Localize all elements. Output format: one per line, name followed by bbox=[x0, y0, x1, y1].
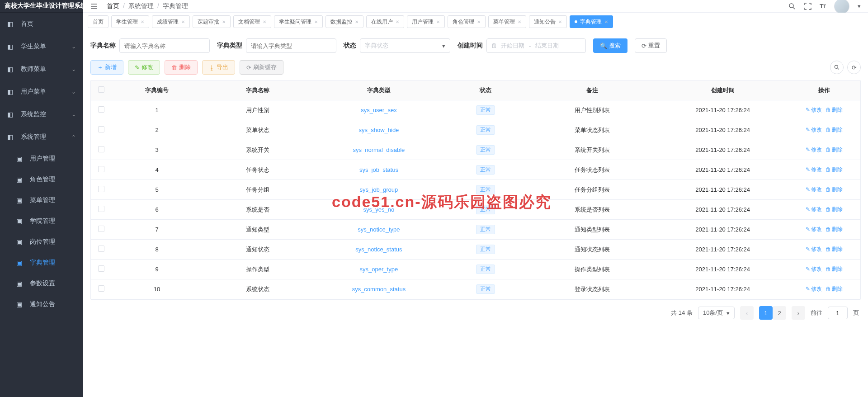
close-icon[interactable]: ✕ bbox=[436, 19, 440, 24]
export-button[interactable]: ⭳导出 bbox=[202, 60, 235, 75]
search-icon[interactable] bbox=[788, 2, 796, 10]
row-checkbox[interactable] bbox=[98, 265, 104, 272]
page-size-select[interactable]: 10条/页 ▾ bbox=[698, 307, 735, 319]
status-select[interactable]: 字典状态 ▾ bbox=[360, 38, 450, 53]
sidebar-item-user-mgmt[interactable]: ▣用户管理 bbox=[9, 148, 83, 169]
tab-数据监控[interactable]: 数据监控✕ bbox=[326, 15, 363, 28]
row-edit-button[interactable]: ✎修改 bbox=[806, 246, 822, 252]
sidebar-item-home[interactable]: ◧首页 bbox=[0, 13, 83, 35]
sidebar-item-notice-mgmt[interactable]: ▣通知公告 bbox=[9, 294, 83, 315]
row-checkbox[interactable] bbox=[98, 285, 104, 292]
sidebar-item-college-mgmt[interactable]: ▣学院管理 bbox=[9, 211, 83, 232]
row-checkbox[interactable] bbox=[98, 126, 104, 132]
page-1-button[interactable]: 1 bbox=[759, 306, 773, 320]
close-icon[interactable]: ✕ bbox=[604, 19, 608, 24]
row-edit-button[interactable]: ✎修改 bbox=[806, 147, 822, 153]
tab-文档管理[interactable]: 文档管理✕ bbox=[233, 15, 271, 28]
row-delete-button[interactable]: 🗑删除 bbox=[826, 186, 843, 193]
refresh-table-button[interactable]: ⟳ bbox=[847, 61, 861, 74]
row-edit-button[interactable]: ✎修改 bbox=[806, 226, 822, 232]
sidebar-item-dict-mgmt[interactable]: ▣字典管理 bbox=[9, 252, 83, 273]
row-edit-button[interactable]: ✎修改 bbox=[806, 286, 822, 292]
row-delete-button[interactable]: 🗑删除 bbox=[826, 246, 843, 252]
cell-type-link[interactable]: sys_job_status bbox=[359, 166, 398, 173]
sidebar-item-monitor[interactable]: ◧系统监控⌄ bbox=[0, 103, 83, 126]
tab-角色管理[interactable]: 角色管理✕ bbox=[448, 15, 486, 28]
delete-button[interactable]: 🗑删除 bbox=[165, 60, 198, 75]
row-edit-button[interactable]: ✎修改 bbox=[806, 127, 822, 133]
close-icon[interactable]: ✕ bbox=[222, 19, 226, 24]
close-icon[interactable]: ✕ bbox=[558, 19, 562, 24]
reset-button[interactable]: ⟳ 重置 bbox=[635, 38, 667, 53]
sidebar-item-teacher[interactable]: ◧教师菜单⌄ bbox=[0, 58, 83, 80]
close-icon[interactable]: ✕ bbox=[477, 19, 481, 24]
row-checkbox[interactable] bbox=[98, 186, 104, 192]
cell-type-link[interactable]: sys_notice_type bbox=[358, 226, 400, 233]
close-icon[interactable]: ✕ bbox=[314, 19, 318, 24]
tab-字典管理[interactable]: 字典管理✕ bbox=[570, 15, 613, 28]
fullscreen-icon[interactable] bbox=[804, 3, 811, 10]
close-icon[interactable]: ✕ bbox=[518, 19, 521, 24]
row-delete-button[interactable]: 🗑删除 bbox=[826, 286, 843, 292]
tab-菜单管理[interactable]: 菜单管理✕ bbox=[488, 15, 526, 28]
sidebar-item-user[interactable]: ◧用户菜单⌄ bbox=[0, 80, 83, 103]
breadcrumb-item[interactable]: 系统管理 bbox=[128, 2, 154, 9]
cell-type-link[interactable]: sys_oper_type bbox=[360, 266, 398, 273]
cell-type-link[interactable]: sys_notice_status bbox=[355, 246, 402, 253]
row-delete-button[interactable]: 🗑删除 bbox=[826, 166, 843, 173]
row-delete-button[interactable]: 🗑删除 bbox=[826, 206, 843, 213]
tab-成绩管理[interactable]: 成绩管理✕ bbox=[152, 15, 190, 28]
search-button[interactable]: 🔍 搜索 bbox=[593, 38, 627, 53]
tab-学生疑问管理[interactable]: 学生疑问管理✕ bbox=[274, 15, 323, 28]
sidebar-item-menu-mgmt[interactable]: ▣菜单管理 bbox=[9, 190, 83, 211]
row-checkbox[interactable] bbox=[98, 246, 104, 252]
close-icon[interactable]: ✕ bbox=[141, 19, 144, 24]
tab-用户管理[interactable]: 用户管理✕ bbox=[407, 15, 445, 28]
refresh-cache-button[interactable]: ⟳刷新缓存 bbox=[240, 60, 283, 75]
dict-name-input[interactable] bbox=[119, 38, 210, 53]
dict-type-input[interactable] bbox=[246, 38, 336, 53]
next-page-button[interactable]: › bbox=[792, 306, 805, 320]
row-edit-button[interactable]: ✎修改 bbox=[806, 266, 822, 272]
close-icon[interactable]: ✕ bbox=[181, 19, 185, 24]
row-delete-button[interactable]: 🗑删除 bbox=[826, 147, 843, 153]
breadcrumb-item[interactable]: 首页 bbox=[107, 2, 119, 9]
tab-课题审批[interactable]: 课题审批✕ bbox=[193, 15, 231, 28]
date-range-input[interactable]: 🗓 开始日期 - 结束日期 bbox=[486, 38, 586, 53]
row-checkbox[interactable] bbox=[98, 106, 104, 113]
cell-type-link[interactable]: sys_common_status bbox=[352, 286, 406, 293]
add-button[interactable]: ＋新增 bbox=[90, 60, 123, 75]
cell-type-link[interactable]: sys_yes_no bbox=[363, 206, 395, 213]
row-edit-button[interactable]: ✎修改 bbox=[806, 206, 822, 213]
sidebar-item-param-mgmt[interactable]: ▣参数设置 bbox=[9, 273, 83, 294]
hamburger-icon[interactable] bbox=[90, 3, 98, 10]
sidebar-item-student[interactable]: ◧学生菜单⌄ bbox=[0, 35, 83, 58]
tab-在线用户[interactable]: 在线用户✕ bbox=[366, 15, 404, 28]
font-size-icon[interactable]: TT bbox=[820, 3, 826, 9]
edit-button[interactable]: ✎修改 bbox=[128, 60, 160, 75]
close-icon[interactable]: ✕ bbox=[263, 19, 266, 24]
sidebar-item-system[interactable]: ◧系统管理⌄ bbox=[0, 126, 83, 148]
sidebar-item-role-mgmt[interactable]: ▣角色管理 bbox=[9, 169, 83, 190]
cell-type-link[interactable]: sys_normal_disable bbox=[353, 147, 405, 153]
row-checkbox[interactable] bbox=[98, 146, 104, 152]
row-delete-button[interactable]: 🗑删除 bbox=[826, 107, 843, 113]
close-icon[interactable]: ✕ bbox=[355, 19, 359, 24]
avatar-caret-icon[interactable]: ▾ bbox=[858, 3, 861, 9]
row-edit-button[interactable]: ✎修改 bbox=[806, 107, 822, 113]
row-checkbox[interactable] bbox=[98, 226, 104, 232]
avatar[interactable] bbox=[834, 0, 849, 14]
cell-type-link[interactable]: sys_show_hide bbox=[359, 127, 399, 133]
search-toggle-button[interactable] bbox=[830, 61, 844, 74]
row-edit-button[interactable]: ✎修改 bbox=[806, 186, 822, 193]
row-edit-button[interactable]: ✎修改 bbox=[806, 166, 822, 173]
select-all-checkbox[interactable] bbox=[98, 86, 104, 93]
row-checkbox[interactable] bbox=[98, 166, 104, 172]
row-delete-button[interactable]: 🗑删除 bbox=[826, 127, 843, 133]
jump-page-input[interactable] bbox=[828, 307, 848, 319]
close-icon[interactable]: ✕ bbox=[396, 19, 399, 24]
tab-通知公告[interactable]: 通知公告✕ bbox=[529, 15, 567, 28]
sidebar-item-post-mgmt[interactable]: ▣岗位管理 bbox=[9, 232, 83, 252]
cell-type-link[interactable]: sys_job_group bbox=[360, 186, 398, 193]
row-checkbox[interactable] bbox=[98, 206, 104, 212]
